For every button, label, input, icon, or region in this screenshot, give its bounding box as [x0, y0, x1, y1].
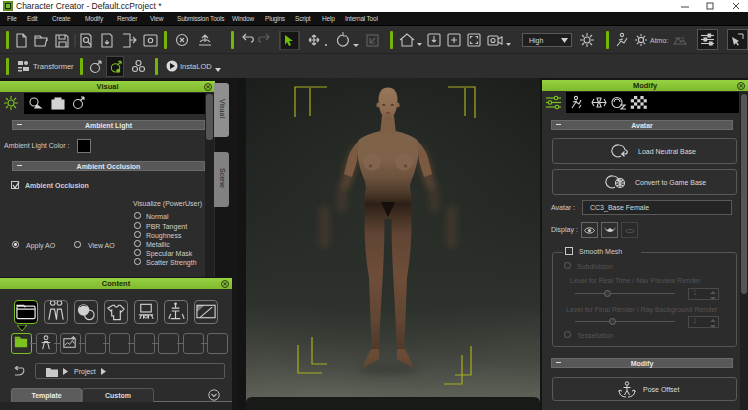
svg-text:Atmo:: Atmo: [650, 37, 668, 44]
